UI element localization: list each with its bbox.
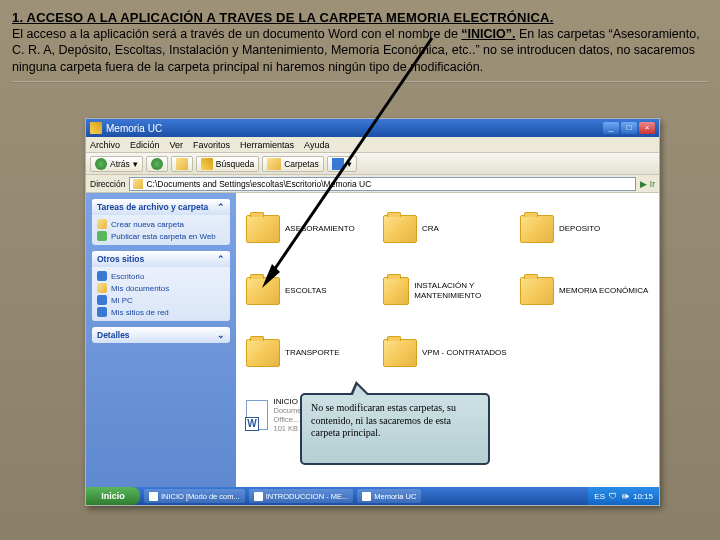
up-icon xyxy=(176,158,188,170)
back-icon xyxy=(95,158,107,170)
network-icon xyxy=(97,307,107,317)
folder-item[interactable]: TRANSPORTE xyxy=(246,325,375,381)
address-label: Dirección xyxy=(90,179,125,189)
docs-icon xyxy=(97,283,107,293)
ppt-icon xyxy=(254,492,263,501)
tasks-panel-header[interactable]: Tareas de archivo y carpeta⌃ xyxy=(92,199,230,215)
search-label: Búsqueda xyxy=(216,159,254,169)
lang-indicator: ES xyxy=(594,492,605,501)
slide: 1. ACCESO A LA APLICACIÓN A TRAVES DE LA… xyxy=(0,0,720,540)
slide-heading: 1. ACCESO A LA APLICACIÓN A TRAVES DE LA… xyxy=(12,10,708,25)
taskbar-item[interactable]: Memoria UC xyxy=(357,489,421,503)
menu-edicion[interactable]: Edición xyxy=(130,137,160,152)
folder-icon xyxy=(383,339,417,367)
menu-archivo[interactable]: Archivo xyxy=(90,137,120,152)
search-icon xyxy=(201,158,213,170)
places-panel-header[interactable]: Otros sitios⌃ xyxy=(92,251,230,267)
folder-item[interactable]: MEMORIA ECONÓMICA xyxy=(520,263,649,319)
taskbar-item[interactable]: INICIO [Modo de com... xyxy=(144,489,245,503)
body-inicio: “INICIO”. xyxy=(461,27,515,41)
callout-box: No se modificaran estas carpetas, su con… xyxy=(300,393,490,465)
folder-name: TRANSPORTE xyxy=(285,348,340,358)
svg-line-0 xyxy=(270,38,432,276)
new-folder-icon xyxy=(97,219,107,229)
go-label: Ir xyxy=(650,179,655,189)
folder-icon xyxy=(520,215,554,243)
taskbar-label: INICIO [Modo de com... xyxy=(161,492,240,501)
place-label: Escritorio xyxy=(111,272,144,281)
forward-button[interactable] xyxy=(146,156,168,172)
taskbar: Inicio INICIO [Modo de com... INTRODUCCI… xyxy=(86,487,659,505)
folder-icon xyxy=(362,492,371,501)
folder-icon xyxy=(246,339,280,367)
close-button[interactable]: × xyxy=(639,122,655,134)
folder-name: DEPOSITO xyxy=(559,224,600,234)
folder-icon xyxy=(520,277,554,305)
folder-item[interactable]: DEPOSITO xyxy=(520,201,649,257)
word-doc-icon xyxy=(246,400,268,430)
task-label: Publicar esta carpeta en Web xyxy=(111,232,216,241)
side-panel: Tareas de archivo y carpeta⌃ Crear nueva… xyxy=(86,193,236,487)
window-title: Memoria UC xyxy=(106,123,162,134)
minimize-button[interactable]: _ xyxy=(603,122,619,134)
go-button[interactable]: ▶ Ir xyxy=(640,179,655,189)
place-label: Mi PC xyxy=(111,296,133,305)
tasks-title: Tareas de archivo y carpeta xyxy=(97,202,208,212)
desktop-icon xyxy=(97,271,107,281)
start-button[interactable]: Inicio xyxy=(86,487,140,505)
system-tray[interactable]: ES🛡🕪10:15 xyxy=(588,487,659,505)
taskbar-item[interactable]: INTRODUCCION - ME... xyxy=(249,489,354,503)
task-label: Crear nueva carpeta xyxy=(111,220,184,229)
mypc-icon xyxy=(97,295,107,305)
back-label: Atrás xyxy=(110,159,130,169)
place-network[interactable]: Mis sitios de red xyxy=(97,306,225,318)
place-label: Mis documentos xyxy=(111,284,169,293)
search-button[interactable]: Búsqueda xyxy=(196,156,259,172)
places-title: Otros sitios xyxy=(97,254,144,264)
folder-name: VPM - CONTRATADOS xyxy=(422,348,507,358)
place-desktop[interactable]: Escritorio xyxy=(97,270,225,282)
menu-favoritos[interactable]: Favoritos xyxy=(193,137,230,152)
menu-ver[interactable]: Ver xyxy=(170,137,184,152)
place-mypc[interactable]: Mi PC xyxy=(97,294,225,306)
tasks-panel: Tareas de archivo y carpeta⌃ Crear nueva… xyxy=(92,199,230,245)
task-publish[interactable]: Publicar esta carpeta en Web xyxy=(97,230,225,242)
details-title: Detalles xyxy=(97,330,130,340)
taskbar-label: INTRODUCCION - ME... xyxy=(266,492,349,501)
arrow-annotation xyxy=(262,36,434,288)
back-button[interactable]: Atrás ▾ xyxy=(90,156,143,172)
clock: 10:15 xyxy=(633,492,653,501)
folder-item[interactable]: VPM - CONTRATADOS xyxy=(383,325,512,381)
details-panel: Detalles⌄ xyxy=(92,327,230,343)
place-docs[interactable]: Mis documentos xyxy=(97,282,225,294)
maximize-button[interactable]: □ xyxy=(621,122,637,134)
task-new-folder[interactable]: Crear nueva carpeta xyxy=(97,218,225,230)
places-panel: Otros sitios⌃ Escritorio Mis documentos … xyxy=(92,251,230,321)
details-panel-header[interactable]: Detalles⌄ xyxy=(92,327,230,343)
publish-icon xyxy=(97,231,107,241)
folder-icon xyxy=(90,122,102,134)
folder-name: MEMORIA ECONÓMICA xyxy=(559,286,648,296)
word-icon xyxy=(149,492,158,501)
forward-icon xyxy=(151,158,163,170)
taskbar-label: Memoria UC xyxy=(374,492,416,501)
folder-icon xyxy=(133,179,143,189)
place-label: Mis sitios de red xyxy=(111,308,169,317)
up-button[interactable] xyxy=(171,156,193,172)
